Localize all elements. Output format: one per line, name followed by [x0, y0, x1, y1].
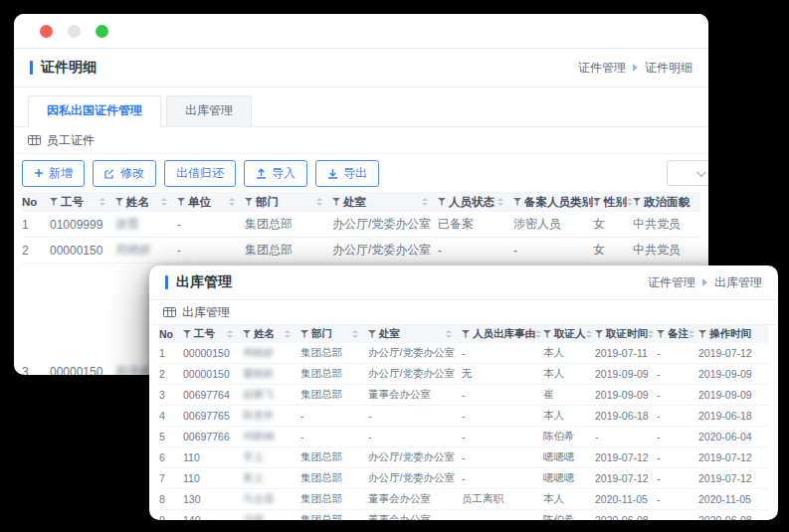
upload-icon	[256, 168, 267, 179]
sort-icon[interactable]	[497, 198, 513, 206]
table-cell: 集团总部	[245, 242, 332, 259]
table-cell: 140	[183, 514, 243, 520]
column-header[interactable]: 备案人员类别	[513, 195, 593, 210]
tab-outbound-management[interactable]: 出库管理	[166, 95, 252, 126]
table-cell: -	[595, 431, 657, 443]
column-header[interactable]: 姓名	[115, 195, 177, 210]
section-header: 员工证件	[14, 127, 708, 154]
column-header-label: 姓名	[254, 327, 275, 341]
column-header[interactable]: 人员出库事由	[462, 327, 543, 341]
breadcrumb-parent[interactable]: 证件管理	[578, 60, 626, 77]
table-row[interactable]: 6110李义集团总部办公厅/党委办公室-嗯嗯嗯2019-07-12-2019-0…	[159, 447, 768, 468]
filter-funnel-icon[interactable]	[243, 330, 251, 338]
sort-icon[interactable]	[227, 330, 243, 338]
sort-icon[interactable]	[161, 198, 177, 206]
column-header[interactable]: 部门	[245, 195, 332, 210]
column-header[interactable]: 性别	[593, 195, 633, 210]
sort-icon[interactable]	[316, 198, 332, 206]
filter-funnel-icon[interactable]	[332, 198, 340, 206]
column-header[interactable]: 人员状态	[438, 195, 513, 210]
table-row[interactable]: 300697764赵鹏飞集团总部董事会办公室-崔2019-09-09-2019-…	[159, 385, 768, 406]
filter-funnel-icon[interactable]	[633, 198, 641, 206]
sort-icon[interactable]	[422, 198, 438, 206]
table-cell: 110	[183, 451, 243, 463]
column-header[interactable]: No	[159, 328, 183, 340]
table-cell: -	[657, 472, 698, 484]
column-header[interactable]: 单位	[177, 195, 245, 210]
column-header[interactable]: No	[22, 196, 50, 208]
titlebar	[14, 14, 708, 49]
table-cell: 冯琴	[243, 513, 300, 520]
table-cell: -	[300, 431, 368, 443]
table-cell: 集团总部	[300, 471, 368, 485]
export-button[interactable]: 导出	[315, 160, 379, 187]
table-cell: 2020-11-05	[698, 493, 764, 505]
table-cell: 4	[159, 410, 183, 422]
filter-funnel-icon[interactable]	[462, 330, 470, 338]
table-cell: 集团总部	[300, 346, 368, 360]
filter-funnel-icon[interactable]	[593, 198, 601, 206]
edit-button[interactable]: 修改	[93, 160, 156, 187]
column-header[interactable]: 工号	[183, 327, 243, 341]
table-row[interactable]: 500697766何晓楠---陈伯希--2020-06-04	[159, 427, 768, 447]
table-row[interactable]: 7110黄义集团总部办公厅/党委办公室-嗯嗯嗯2019-07-12-2019-0…	[159, 468, 768, 489]
column-header[interactable]: 处室	[368, 327, 462, 341]
table-row[interactable]: 400697765陈星奔---本人2019-06-18-2019-06-18	[159, 406, 768, 427]
column-header[interactable]: 取证人	[543, 327, 595, 341]
table-cell: 陈星奔	[243, 409, 300, 423]
filter-funnel-icon[interactable]	[438, 198, 446, 206]
filter-funnel-icon[interactable]	[177, 198, 185, 206]
filter-funnel-icon[interactable]	[543, 330, 551, 338]
filter-funnel-icon[interactable]	[513, 198, 521, 206]
table-cell: 5	[159, 431, 183, 443]
table-cell: 周晓娇	[243, 346, 300, 360]
table-row[interactable]: 200000150董晓娇集团总部办公厅/党委办公室无本人2019-09-09-2…	[159, 364, 768, 385]
filter-funnel-icon[interactable]	[115, 198, 123, 206]
table-row[interactable]: 8130马达晨集团总部董事会办公室员工离职本人2020-11-05-2020-1…	[159, 489, 768, 510]
table-cell: 2019-09-09	[595, 368, 657, 380]
column-header-label: No	[22, 196, 37, 208]
column-header[interactable]: 备注	[657, 327, 698, 341]
column-header[interactable]: 操作时间	[698, 327, 764, 341]
column-header[interactable]: 处室	[332, 195, 438, 210]
sort-icon[interactable]	[99, 198, 115, 206]
breadcrumb-parent[interactable]: 证件管理	[648, 274, 695, 291]
column-header-label: 部门	[311, 327, 332, 341]
filter-funnel-icon[interactable]	[183, 330, 191, 338]
filter-funnel-icon[interactable]	[368, 330, 376, 338]
add-button[interactable]: 新增	[22, 160, 85, 187]
column-header[interactable]: 姓名	[243, 327, 300, 341]
filter-funnel-icon[interactable]	[698, 330, 706, 338]
close-window-icon[interactable]	[40, 25, 53, 38]
column-header-label: 取证人	[554, 327, 586, 341]
tab-private-abroad-certificates[interactable]: 因私出国证件管理	[28, 95, 161, 127]
table-cell: 陈伯希	[543, 430, 595, 443]
maximize-window-icon[interactable]	[96, 25, 108, 38]
filter-funnel-icon[interactable]	[50, 198, 58, 206]
table-cell: 董晓娇	[243, 367, 300, 381]
lend-return-button[interactable]: 出借归还	[164, 160, 236, 187]
table-row[interactable]: 100000150周晓娇集团总部办公厅/党委办公室-本人2019-07-11-2…	[159, 343, 768, 364]
table-row[interactable]: 101009999谢蕾-集团总部办公厅/党委办公室已备案涉密人员女中共党员	[22, 212, 700, 238]
import-button[interactable]: 导入	[244, 160, 307, 187]
sort-icon[interactable]	[229, 198, 245, 206]
table-row[interactable]: 9140冯琴集团总部董事会办公室-陈伯希2020-06-08-2020-06-0…	[159, 510, 768, 520]
sort-icon[interactable]	[285, 330, 300, 338]
table-cell: 嗯嗯嗯	[543, 450, 595, 464]
table-cell: 110	[183, 472, 243, 484]
toolbar-select[interactable]	[667, 160, 708, 186]
sort-icon[interactable]	[446, 330, 462, 338]
column-header[interactable]: 部门	[300, 327, 368, 341]
column-header[interactable]: 政治面貌	[633, 195, 689, 210]
section-label: 出库管理	[182, 304, 230, 321]
toolbar: 新增 修改 出借归还 导入 导出	[14, 154, 708, 192]
column-header[interactable]: 工号	[50, 195, 115, 210]
table-row[interactable]: 200000150周晓娇-集团总部办公厅/党委办公室--女中共党员	[22, 238, 700, 264]
filter-funnel-icon[interactable]	[300, 330, 308, 338]
filter-funnel-icon[interactable]	[657, 330, 665, 338]
minimize-window-icon[interactable]	[68, 25, 81, 38]
filter-funnel-icon[interactable]	[595, 330, 603, 338]
column-header[interactable]: 取证时间	[595, 327, 657, 341]
sort-icon[interactable]	[352, 330, 368, 338]
filter-funnel-icon[interactable]	[245, 198, 253, 206]
